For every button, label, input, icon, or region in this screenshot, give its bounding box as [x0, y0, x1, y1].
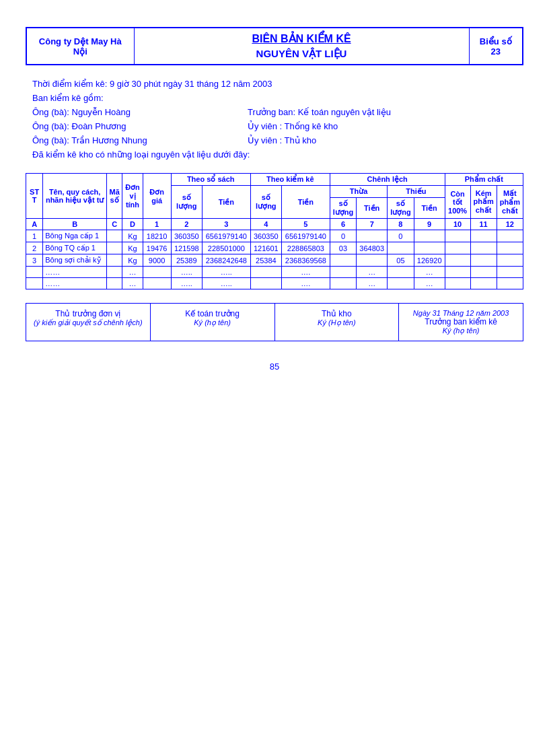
table-cell: [388, 278, 414, 289]
label-2: 2: [171, 219, 202, 230]
table-cell: …: [357, 267, 388, 278]
footer-col4-line1: Ngày 31 Tháng 12 năm 2003: [403, 309, 519, 317]
footer-col2-line1: Kế toán trưởng: [155, 309, 270, 318]
table-cell: [143, 267, 171, 278]
col-so-luong-so: số lượng: [171, 186, 202, 219]
member1-role: Trưởng ban: Kế toán nguyên vật liệu: [248, 107, 523, 117]
table-cell: 228501000: [202, 242, 250, 254]
header-table: Công ty Dệt May Hà Nội BIÊN BẢN KIỂM KÊ …: [26, 27, 523, 65]
footer-col1: Thủ trưởng đơn vị (ý kiến giải quyết số …: [26, 304, 151, 341]
member-row-1: Ông (bà): Nguyễn Hoàng Trưởng ban: Kế to…: [26, 107, 523, 117]
col-theo-so: Theo sổ sách: [171, 174, 250, 186]
table-cell: [106, 267, 122, 278]
col-thieu: Thiếu: [388, 186, 445, 198]
table-cell: [445, 242, 470, 254]
table-cell: [357, 254, 388, 267]
member3-name: Ông (bà): Trần Hương Nhung: [32, 135, 248, 145]
table-cell: [470, 230, 497, 242]
table-cell: 6561979140: [202, 230, 250, 242]
table-cell: [388, 267, 414, 278]
table-cell: [497, 230, 523, 242]
label-8: 8: [388, 219, 414, 230]
label-10: 10: [445, 219, 470, 230]
col-pham-chat: Phẩm chất: [445, 174, 523, 186]
table-cell: [26, 267, 43, 278]
table-cell: [497, 267, 523, 278]
footer-col3-line2: Ký (Họ tên): [279, 318, 395, 327]
member3-role: Ủy viên : Thủ kho: [248, 135, 523, 145]
footer-col2: Kế toán trưởng Ký (họ tên): [150, 304, 274, 341]
table-cell: [497, 242, 523, 254]
sub-title: NGUYÊN VẬT LIỆU: [141, 48, 462, 60]
col-thieu-so: số lượng: [388, 198, 414, 219]
table-cell: [445, 267, 470, 278]
member2-role: Ủy viên : Thống kê kho: [248, 121, 523, 131]
company-name: Công ty Dệt May Hà Nội: [26, 28, 134, 65]
table-cell: 0: [388, 230, 414, 242]
label-a: A: [26, 219, 43, 230]
table-cell: [106, 278, 122, 289]
da-kiem: Đã kiểm kê kho có những loại nguyên vật …: [26, 149, 523, 160]
footer-col3: Thủ kho Ký (Họ tên): [274, 304, 399, 341]
table-cell: …..: [202, 278, 250, 289]
table-cell: [445, 230, 470, 242]
footer-col3-line1: Thủ kho: [279, 309, 395, 318]
bieu-number: Biểu số 23: [469, 28, 523, 65]
table-cell: Bông TQ cấp 1: [43, 242, 107, 254]
table-cell: ……: [43, 278, 107, 289]
label-9: 9: [414, 219, 445, 230]
document-title: BIÊN BẢN KIỂM KÊ NGUYÊN VẬT LIỆU: [134, 28, 469, 65]
table-cell: 364803: [357, 242, 388, 254]
table-cell: [330, 267, 356, 278]
table-cell: [414, 230, 445, 242]
footer-col4: Ngày 31 Tháng 12 năm 2003 Trưởng ban kiể…: [399, 304, 523, 341]
col-thieu-tien: Tiền: [414, 198, 445, 219]
label-d: D: [122, 219, 143, 230]
footer-col1-line1: Thủ trưởng đơn vị: [30, 309, 146, 318]
label-3: 3: [202, 219, 250, 230]
table-cell: 0: [330, 230, 356, 242]
table-cell: 121601: [250, 242, 281, 254]
ban-kiem: Ban kiểm kê gồm:: [26, 93, 523, 103]
table-cell: 9000: [143, 254, 171, 267]
table-cell: [470, 267, 497, 278]
member1-name: Ông (bà): Nguyễn Hoàng: [32, 107, 248, 117]
col-mat: Mất phẩm chất: [497, 186, 523, 219]
table-cell: 228865803: [282, 242, 330, 254]
table-cell: [106, 230, 122, 242]
member-row-3: Ông (bà): Trần Hương Nhung Ủy viên : Thủ…: [26, 135, 523, 145]
info-section: Thời điểm kiểm kê: 9 giờ 30 phút ngày 31…: [26, 79, 523, 164]
table-cell: [330, 278, 356, 289]
main-title: BIÊN BẢN KIỂM KÊ: [141, 32, 462, 45]
table-cell: [470, 278, 497, 289]
table-cell: ….: [282, 267, 330, 278]
table-cell: [445, 254, 470, 267]
table-cell: [470, 242, 497, 254]
table-cell: 121598: [171, 242, 202, 254]
table-cell: [330, 254, 356, 267]
table-cell: [143, 278, 171, 289]
table-cell: 3: [26, 254, 43, 267]
footer-col4-line3: Ký (họ tên): [403, 327, 519, 335]
footer-table: Thủ trưởng đơn vị (ý kiến giải quyết số …: [26, 303, 523, 341]
col-ma: Mã số: [106, 174, 122, 219]
table-cell: [445, 278, 470, 289]
table-cell: …: [122, 267, 143, 278]
table-row: 3Bông sợi chải kỹKg900025389236824264825…: [26, 254, 523, 267]
table-cell: …..: [171, 267, 202, 278]
col-tien-so: Tiền: [202, 186, 250, 219]
label-1: 1: [143, 219, 171, 230]
table-cell: 03: [330, 242, 356, 254]
table-cell: 05: [388, 254, 414, 267]
table-cell: [497, 254, 523, 267]
main-table: ST T Tên, quy cách, nhãn hiệu vật tư Mã …: [26, 173, 523, 289]
table-cell: 1: [26, 230, 43, 242]
table-cell: [26, 278, 43, 289]
footer-col1-line2: (ý kiến giải quyết số chênh lệch): [30, 318, 146, 327]
table-cell: …: [357, 278, 388, 289]
col-theo-kiem: Theo kiểm kê: [250, 174, 330, 186]
label-b: B: [43, 219, 107, 230]
table-cell: [414, 242, 445, 254]
table-cell: Kg: [122, 230, 143, 242]
table-cell: [470, 254, 497, 267]
